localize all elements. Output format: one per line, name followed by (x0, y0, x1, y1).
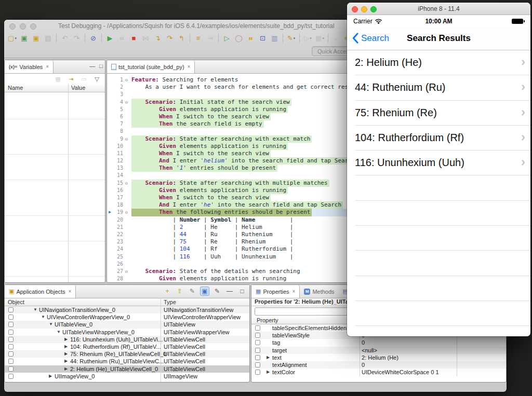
line-number[interactable]: 18 (113, 201, 123, 209)
line-number[interactable]: 26 (113, 261, 123, 268)
line-number[interactable]: 13 (113, 165, 123, 172)
checkbox[interactable] (8, 374, 14, 379)
line-number[interactable]: 19 (113, 209, 123, 216)
object-tree-row[interactable]: ▶104: Rutherfordium (Rf)_UITableV...UITa… (5, 343, 249, 350)
checkbox[interactable] (8, 315, 14, 320)
col-object[interactable]: Object (8, 299, 24, 305)
table-cell[interactable]: 116: Ununhexium (Uuh)› (347, 151, 530, 175)
record-snippet-icon[interactable]: ⊘ (88, 33, 99, 44)
twisty-open-icon[interactable]: ▼ (41, 313, 45, 321)
twisty-open-icon[interactable]: ▼ (57, 329, 61, 336)
checkbox[interactable] (8, 322, 14, 327)
col-type[interactable]: Type (164, 299, 176, 305)
col-value[interactable]: Value (71, 85, 85, 91)
maximize-icon[interactable]: □ (237, 286, 247, 296)
object-highlight-icon[interactable]: ✎▾ (286, 33, 297, 44)
twisty-closed-icon[interactable]: ▶ (267, 368, 270, 376)
close-tab-icon[interactable]: × (292, 289, 296, 294)
checkbox[interactable] (8, 307, 14, 312)
checkbox[interactable] (255, 370, 260, 375)
close-tab-icon[interactable]: × (46, 64, 49, 70)
property-row[interactable]: tag0 (251, 339, 506, 346)
close-icon[interactable] (9, 23, 16, 30)
col-property[interactable]: Property (257, 317, 278, 323)
new-test-case-icon[interactable]: ▣ (19, 33, 30, 44)
line-number[interactable]: 15 (113, 180, 123, 187)
tab-application-objects[interactable]: ▣ Application Objects × (5, 285, 76, 298)
step-over-icon[interactable]: ↷ (164, 33, 175, 44)
table-cell[interactable]: 104: Rutherfordium (Rf)› (347, 126, 530, 151)
checkbox[interactable] (8, 351, 14, 357)
twisty-closed-icon[interactable]: ▶ (64, 365, 68, 373)
line-number[interactable]: 2 (113, 84, 123, 91)
twisty-closed-icon[interactable]: ▶ (49, 373, 52, 380)
line-number[interactable]: 22 (113, 231, 123, 238)
table-cell[interactable]: 44: Ruthenium (Ru)› (347, 75, 530, 100)
line-number[interactable]: 27 (113, 268, 123, 275)
color-picker-icon[interactable]: ✎ (188, 286, 197, 296)
checkbox[interactable] (8, 359, 14, 364)
line-number[interactable]: 12 (113, 157, 123, 165)
locate-object-icon[interactable]: + (163, 286, 172, 296)
launch-aut-icon[interactable]: ▷ (221, 33, 232, 44)
fold-icon[interactable]: ⊖ (123, 76, 130, 84)
close-tab-icon[interactable]: × (69, 289, 72, 294)
step-into-icon[interactable]: ↴ (152, 33, 163, 44)
checkbox[interactable] (255, 340, 260, 345)
windows-icon[interactable]: ▥ (269, 33, 280, 44)
maximize-view-icon[interactable]: □ (99, 63, 103, 69)
pick-parent-icon[interactable]: ⇧ (175, 286, 184, 296)
record-test-icon[interactable]: ◯ (233, 33, 244, 44)
object-picker-icon[interactable]: ▣ (200, 286, 209, 296)
tab-methods[interactable]: M Methods (300, 285, 338, 298)
checkbox[interactable] (8, 366, 14, 372)
checkbox[interactable] (255, 333, 260, 338)
fold-icon[interactable]: ⊖ (123, 268, 130, 275)
tab-variables[interactable]: (x)= Variables × (5, 60, 54, 73)
fold-icon[interactable]: ⊖ (123, 99, 130, 106)
twisty-open-icon[interactable]: ▼ (49, 321, 53, 328)
line-number[interactable]: 17 (113, 194, 123, 201)
twisty-closed-icon[interactable]: ▶ (64, 336, 68, 343)
maximize-icon[interactable] (30, 23, 36, 30)
checkbox[interactable] (255, 362, 260, 367)
line-number[interactable]: 24 (113, 245, 123, 253)
object-tree-row[interactable]: ▶2: Helium (He)_UITableViewCell_0UITable… (5, 365, 249, 373)
line-number[interactable]: 21 (113, 224, 123, 231)
checkbox[interactable] (8, 337, 14, 342)
object-tree-row[interactable]: ▶44: Ruthenium (Ru)_UITableViewC...UITab… (5, 358, 249, 365)
table-cell[interactable]: 75: Rhenium (Re)› (347, 101, 530, 126)
pause-aut-icon[interactable]: ▮▮ (245, 33, 256, 44)
object-tree-row[interactable]: ▼UINavigationTransitionView_0UINavigatio… (5, 306, 249, 313)
line-number[interactable]: 8 (113, 128, 123, 135)
twisty-closed-icon[interactable]: ▶ (64, 343, 68, 350)
property-row[interactable]: target<null> (251, 347, 506, 354)
fold-icon[interactable]: ⊖ (123, 209, 130, 216)
quit-aut-icon[interactable]: ⊡ (257, 33, 268, 44)
add-watch-icon[interactable]: ⇥ (66, 75, 75, 84)
line-number[interactable]: 10 (113, 143, 123, 150)
object-tree-row[interactable]: ▼UITableViewWrapperView_0UITableViewWrap… (5, 329, 249, 336)
checkbox[interactable] (255, 348, 260, 353)
minimize-icon[interactable]: — (225, 286, 234, 296)
object-tree-row[interactable]: ▶UIImageView_0UIImageView (5, 373, 249, 380)
line-number[interactable]: 7 (113, 120, 123, 128)
twisty-closed-icon[interactable]: ▶ (64, 358, 68, 365)
object-tree-row[interactable]: ▼UITableView_0UITableView (5, 321, 249, 328)
line-number[interactable]: 16 (113, 187, 123, 194)
checkbox[interactable] (255, 325, 260, 331)
twisty-closed-icon[interactable]: ▶ (64, 350, 68, 358)
object-tree-row[interactable]: ▶116: Ununhexium (Uuh)_UITableVi...UITab… (5, 336, 249, 343)
property-row[interactable]: textAlignment0 (251, 361, 506, 368)
fold-icon[interactable]: ⊖ (123, 135, 130, 143)
property-row[interactable]: ▶textColorUIDeviceWhiteColorSpace 0 1 (251, 368, 506, 376)
checkbox[interactable] (255, 355, 260, 360)
twisty-open-icon[interactable]: ▼ (33, 306, 37, 313)
close-tab-icon[interactable]: × (188, 64, 191, 70)
line-number[interactable]: 5 (113, 106, 123, 113)
line-number[interactable]: 6 (113, 113, 123, 120)
line-number[interactable]: 28 (113, 275, 123, 282)
step-return-icon[interactable]: ↰ (176, 33, 187, 44)
new-test-suite-icon[interactable]: ▢▾ (7, 33, 18, 44)
table-cell[interactable]: 2: Helium (He)› (347, 50, 530, 75)
